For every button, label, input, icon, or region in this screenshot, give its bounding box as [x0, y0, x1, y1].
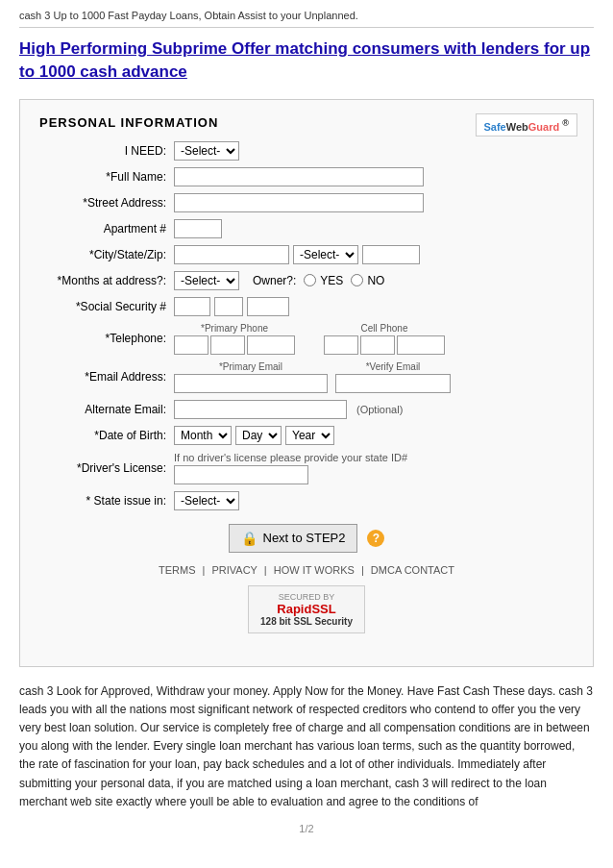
primary-email-input[interactable]: [174, 374, 328, 393]
apartment-field: [174, 219, 574, 238]
state-issue-label: * State issue in:: [39, 494, 174, 508]
social-security-row: *Social Security #: [39, 297, 574, 316]
full-name-row: *Full Name:: [39, 167, 574, 186]
i-need-field: -Select-: [174, 141, 574, 161]
city-state-zip-label: *City/State/Zip:: [39, 248, 174, 261]
step2-button[interactable]: 🔒 Next to STEP2: [229, 524, 358, 553]
cell-phone-label: Cell Phone: [361, 323, 408, 334]
rapidssl-brand: RapidSSL: [260, 602, 353, 616]
primary-phone-number[interactable]: [247, 335, 295, 355]
dmca-link[interactable]: DMCA CONTACT: [371, 564, 454, 576]
ssn-part3[interactable]: [247, 297, 289, 316]
alternate-email-field: (Optional): [174, 400, 574, 419]
street-address-row: *Street Address:: [39, 193, 574, 212]
secured-by-text: SECURED BY: [260, 592, 353, 602]
owner-no-label[interactable]: NO: [351, 274, 384, 287]
main-heading-link[interactable]: High Performing Subprime Offer matching …: [19, 37, 594, 84]
how-it-works-link[interactable]: HOW IT WORKS: [274, 564, 355, 576]
months-address-row: *Months at address?: -Select- Owner?: YE…: [39, 271, 574, 290]
cell-phone-number[interactable]: [397, 335, 445, 355]
owner-label: Owner?:: [253, 274, 296, 287]
sep2: |: [264, 564, 270, 576]
ssl-badge: SECURED BY RapidSSL 128 bit SSL Security: [39, 585, 574, 633]
cell-phone-area[interactable]: [324, 335, 358, 355]
street-address-input[interactable]: [174, 193, 424, 212]
sep1: |: [203, 564, 208, 576]
verify-email-input[interactable]: [335, 374, 451, 393]
sep3: |: [361, 564, 367, 576]
ssl-text: 128 bit SSL Security: [260, 616, 353, 627]
alternate-email-row: Alternate Email: (Optional): [39, 400, 574, 419]
cell-phone-fields: [324, 335, 445, 355]
i-need-select[interactable]: -Select-: [174, 141, 239, 161]
drivers-license-note: If no driver's license please provide yo…: [174, 452, 574, 463]
email-address-field: *Primary Email *Verify Email: [174, 361, 574, 393]
safeguard-logo: SafeWebGuard ®: [476, 113, 578, 137]
dob-year-select[interactable]: Year: [285, 426, 334, 445]
i-need-row: I NEED: -Select-: [39, 141, 574, 161]
drivers-license-row: *Driver's License: If no driver's licens…: [39, 452, 574, 484]
full-name-field: [174, 167, 574, 186]
dob-field: Month Day Year: [174, 426, 574, 445]
email-address-row: *Email Address: *Primary Email *Verify E…: [39, 361, 574, 393]
state-select[interactable]: -Select-: [293, 245, 358, 264]
alternate-email-input[interactable]: [174, 400, 347, 419]
zip-input[interactable]: [362, 245, 420, 264]
state-issue-row: * State issue in: -Select-: [39, 491, 574, 510]
owner-no-radio[interactable]: [351, 274, 363, 286]
help-icon[interactable]: ?: [367, 530, 384, 547]
dob-row: *Date of Birth: Month Day Year: [39, 426, 574, 445]
apartment-label: Apartment #: [39, 222, 174, 236]
primary-phone-prefix[interactable]: [210, 335, 245, 355]
street-address-field: [174, 193, 574, 212]
dob-day-select[interactable]: Day: [235, 426, 282, 445]
lock-icon: 🔒: [241, 531, 257, 546]
primary-email-label: *Primary Email: [219, 361, 282, 372]
step2-button-label: Next to STEP2: [263, 531, 346, 545]
city-input[interactable]: [174, 245, 289, 264]
privacy-link[interactable]: PRIVACY: [211, 564, 257, 576]
primary-phone-group: *Primary Phone: [174, 323, 295, 355]
body-text: cash 3 Look for Approved, Withdraw your …: [19, 682, 594, 811]
telephone-label: *Telephone:: [39, 332, 174, 345]
i-need-label: I NEED:: [39, 144, 174, 158]
email-address-label: *Email Address:: [39, 370, 174, 384]
alternate-email-label: Alternate Email:: [39, 403, 174, 416]
telephone-row: *Telephone: *Primary Phone Cell Phone: [39, 323, 574, 355]
primary-phone-label: *Primary Phone: [201, 323, 268, 334]
cell-phone-group: Cell Phone: [324, 323, 445, 355]
owner-yes-radio[interactable]: [304, 274, 316, 286]
ssl-box: SECURED BY RapidSSL 128 bit SSL Security: [248, 585, 365, 633]
owner-yes-label[interactable]: YES: [304, 274, 343, 287]
months-address-field: -Select- Owner?: YES NO: [174, 271, 574, 290]
primary-phone-fields: [174, 335, 295, 355]
months-select[interactable]: -Select-: [174, 271, 239, 290]
telephone-field: *Primary Phone Cell Phone: [174, 323, 574, 355]
dob-label: *Date of Birth:: [39, 429, 174, 442]
cell-phone-prefix[interactable]: [360, 335, 395, 355]
full-name-label: *Full Name:: [39, 170, 174, 184]
city-state-zip-row: *City/State/Zip: -Select-: [39, 245, 574, 264]
apartment-input[interactable]: [174, 219, 222, 238]
social-security-field: [174, 297, 574, 316]
state-issue-field: -Select-: [174, 491, 574, 510]
terms-link[interactable]: TERMS: [159, 564, 196, 576]
ssn-part1[interactable]: [174, 297, 210, 316]
street-address-label: *Street Address:: [39, 196, 174, 210]
drivers-license-field: If no driver's license please provide yo…: [174, 452, 574, 484]
top-bar-text: cash 3 Up to 1000 Fast Payday Loans, Obt…: [19, 10, 358, 21]
primary-phone-area[interactable]: [174, 335, 208, 355]
full-name-input[interactable]: [174, 167, 424, 186]
apartment-row: Apartment #: [39, 219, 574, 238]
ssn-part2[interactable]: [214, 297, 243, 316]
page-number: 1/2: [19, 823, 594, 834]
drivers-license-input[interactable]: [174, 465, 308, 484]
city-state-zip-field: -Select-: [174, 245, 574, 264]
state-issue-select[interactable]: -Select-: [174, 491, 239, 510]
social-security-label: *Social Security #: [39, 300, 174, 313]
drivers-license-label: *Driver's License:: [39, 461, 174, 475]
personal-info-form: PERSONAL INFORMATION SafeWebGuard ® I NE…: [19, 99, 594, 667]
verify-email-label: *Verify Email: [366, 361, 421, 372]
dob-month-select[interactable]: Month: [174, 426, 232, 445]
optional-text: (Optional): [356, 404, 403, 415]
